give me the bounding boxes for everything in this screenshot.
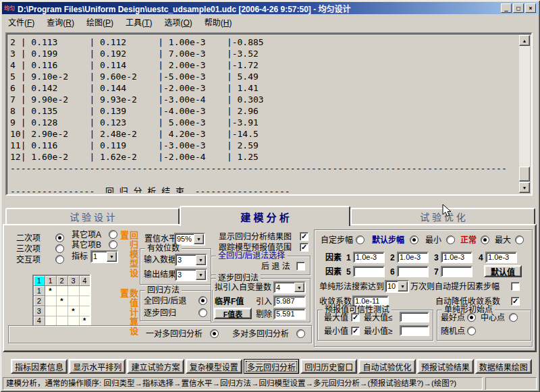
default-step-radio[interactable] (410, 235, 418, 244)
grid-col-header[interactable]: 1 (45, 275, 56, 285)
maximize-button[interactable]: □ (513, 3, 524, 13)
close-button[interactable]: × (525, 3, 536, 13)
scroll-thumb[interactable] (519, 167, 530, 181)
factor1-step-input[interactable]: 1.0e-3 (353, 252, 385, 263)
full-backward-radio[interactable] (198, 296, 207, 305)
grid-col-header[interactable]: 3 (68, 275, 79, 285)
multivariate-regression-button[interactable]: 多元回归分析 (244, 359, 299, 374)
grid-cell[interactable] (68, 285, 79, 296)
best-point-radio[interactable] (467, 313, 476, 322)
factor7-step-input[interactable] (441, 266, 473, 277)
menu-item-plot[interactable]: 绘图(P) (80, 14, 119, 30)
dropdown-arrow-icon[interactable]: ▼ (294, 283, 304, 292)
grid-cell[interactable]: * (68, 306, 79, 316)
one-to-many-radio[interactable] (210, 329, 219, 338)
output-digits-combobox[interactable]: 3 ▼ (175, 269, 207, 281)
min-value-checkbox[interactable]: ✓ (351, 327, 360, 335)
minimize-button[interactable]: _ (501, 3, 512, 13)
grid-cell[interactable] (56, 316, 68, 326)
grid-corner-cell[interactable]: 1 (33, 275, 45, 285)
otherB-radio[interactable] (109, 240, 117, 249)
grid-cell[interactable]: * (56, 296, 68, 306)
dropdown-arrow-icon[interactable]: ▼ (196, 255, 206, 265)
complex-model-setup-button[interactable]: 复杂模型设置 (186, 359, 242, 374)
f-table-button[interactable]: F值表 (214, 308, 252, 319)
factor4-step-input[interactable]: 1.0e-3 (485, 252, 517, 263)
max-limit-input[interactable] (400, 312, 429, 323)
factor6-step-input[interactable] (397, 266, 429, 277)
grid-cell[interactable] (79, 306, 90, 316)
grid-row-header[interactable]: 4 (33, 316, 45, 326)
dropdown-arrow-icon[interactable]: ▼ (194, 234, 204, 244)
vertical-scrollbar[interactable]: ▲ ▼ (519, 35, 530, 193)
regression-history-window-button[interactable]: 回归历史窗口 (300, 359, 357, 374)
many-to-many-radio[interactable] (296, 329, 305, 338)
min-step-radio[interactable] (446, 235, 455, 244)
input-digits-combobox[interactable]: 3 ▼ (175, 254, 207, 267)
grid-cell[interactable] (45, 306, 56, 316)
grid-row-header[interactable]: 3 (33, 306, 45, 316)
grid-col-header[interactable]: 2 (56, 275, 68, 285)
enter-f-input[interactable]: 5.987 (273, 296, 306, 307)
grid-col-header[interactable]: 4 (79, 275, 90, 285)
normal-step-radio[interactable] (481, 235, 489, 244)
otherA-radio[interactable] (109, 230, 117, 239)
dropdown-arrow-icon[interactable]: ▼ (196, 270, 206, 280)
scroll-down-button[interactable]: ▼ (519, 182, 530, 193)
grid-cell[interactable] (68, 316, 79, 326)
create-experiment-plan-button[interactable]: 建立试验方案 (127, 359, 184, 374)
tab-experiment-design[interactable]: 试 验 设 计 (5, 208, 180, 224)
dropdown-arrow-icon[interactable]: ▼ (398, 281, 408, 291)
grid-cell[interactable] (56, 285, 68, 296)
center-point-label: 中心点 (481, 314, 505, 323)
data-result-plot-button[interactable]: 数据结果绘图 (475, 359, 532, 374)
indicator-factor-info-button[interactable]: 指标因素信息 (11, 359, 68, 374)
min-limit-input[interactable] (400, 325, 429, 336)
dropdown-arrow-icon[interactable]: ▼ (107, 252, 117, 262)
default-value-button[interactable]: 默认值 (484, 265, 522, 277)
auto-reduce-checkbox[interactable]: ✓ (511, 297, 520, 306)
grid-cell[interactable] (79, 296, 90, 306)
menu-item-options[interactable]: 选项(O) (158, 14, 198, 30)
grid-cell[interactable] (79, 285, 90, 296)
predict-experiment-result-button[interactable]: 预报试验结果 (417, 359, 474, 374)
quadratic-radio[interactable] (55, 233, 64, 242)
output-line: 3 | 0.199 | 0.192 | 7.00e-3 |-3.52 (10, 48, 518, 59)
random-point-radio[interactable] (467, 327, 476, 335)
max-value-checkbox[interactable]: ✓ (351, 313, 360, 322)
scroll-up-button[interactable]: ▲ (519, 35, 530, 46)
menu-item-query[interactable]: 查询(R) (40, 14, 80, 30)
interaction-radio[interactable] (55, 255, 64, 264)
menu-item-help[interactable]: 帮助(H) (198, 14, 238, 30)
max-step-radio[interactable] (515, 235, 524, 244)
grid-cell[interactable]: * (45, 285, 56, 296)
grid-cell[interactable]: * (79, 316, 90, 326)
stepwise-radio[interactable] (198, 308, 207, 317)
grid-row-header[interactable]: 1 (33, 285, 45, 296)
factor2-step-input[interactable]: 1.0e-3 (397, 252, 429, 263)
remove-f-input[interactable]: 5.591 (273, 308, 306, 320)
factor5-step-input[interactable] (353, 266, 385, 277)
auto-experiment-optimize-button[interactable]: 自动试验优化 (358, 359, 415, 374)
search-count-combobox[interactable]: 10 ▼ (385, 280, 409, 293)
auto-raise-step-checkbox[interactable] (511, 282, 520, 291)
vars-count-combobox[interactable]: 4 ▼ (273, 281, 306, 293)
menu-item-tools[interactable]: 工具(T) (119, 14, 158, 30)
custom-step-radio[interactable] (356, 235, 364, 244)
grid-cell[interactable] (56, 306, 68, 316)
factor3-step-input[interactable]: 1.0e-3 (441, 252, 473, 263)
indicator-combobox[interactable]: 1 ▼ (90, 250, 118, 263)
grid-cell[interactable] (45, 296, 56, 306)
track-prediction-checkbox[interactable]: ✓ (300, 243, 308, 252)
grid-cell[interactable] (68, 296, 79, 306)
tab-modeling-analysis[interactable]: 建 模 分 析 (180, 206, 350, 226)
show-result-chart-checkbox[interactable]: ✓ (300, 232, 308, 241)
input-data-label: 输入数据 (144, 256, 176, 264)
backward-method-checkbox[interactable] (296, 262, 305, 271)
grid-cell[interactable] (45, 316, 56, 326)
grid-row-header[interactable]: 2 (33, 296, 45, 306)
show-level-arrangement-button[interactable]: 显示水平排列 (69, 359, 126, 374)
cubic-radio[interactable] (55, 244, 64, 253)
center-point-radio[interactable] (509, 313, 518, 322)
menu-item-file[interactable]: 文件(F) (2, 14, 40, 30)
